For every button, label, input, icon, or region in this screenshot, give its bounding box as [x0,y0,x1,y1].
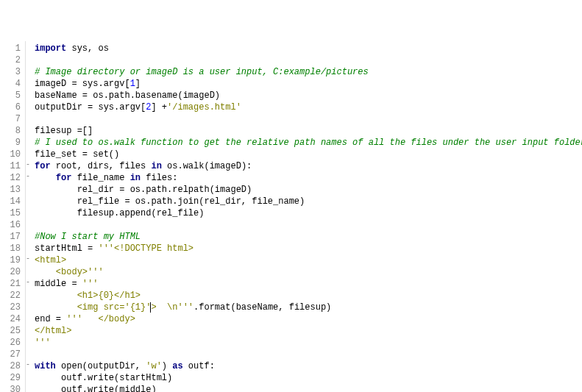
token: <img src='{1}' [35,302,151,313]
token: ''' [82,279,99,289]
line-number: 13 [1,184,21,196]
token: files: [141,173,177,183]
code-line[interactable]: <body>''' [35,266,582,278]
token: # I used to os.walk function to get the … [35,138,582,148]
code-line[interactable]: file_set = set() [35,149,582,160]
code-line[interactable]: #Now I start my HTML [35,231,582,243]
code-line[interactable]: ''' [35,337,582,349]
line-number: 21 [1,278,21,290]
token: outf: [183,361,215,371]
token: <h1>{0}</h1> [35,291,141,301]
token: filesup.append(rel_file) [35,208,204,218]
line-number: 11 [1,160,21,172]
line-number: 3 [1,66,21,78]
code-line[interactable]: <img src='{1}'> \n'''.format(baseName, f… [35,302,582,313]
code-line[interactable]: </html> [35,325,582,337]
line-number: 10 [1,149,21,160]
token: for [35,161,51,171]
token: <html> [35,255,66,266]
code-line[interactable] [35,349,582,360]
token: root, dirs, files [51,161,152,171]
code-line[interactable]: <h1>{0}</h1> [35,290,582,302]
code-line[interactable]: end = ''' </body> [35,313,582,325]
token: in [151,161,161,171]
code-line[interactable]: baseName = os.path.basename(imageD) [35,90,582,101]
line-number: 6 [1,101,21,113]
line-number: 27 [1,349,21,360]
token: end = [35,314,66,324]
code-line[interactable]: middle = ''' [35,278,582,290]
token: sys, os [66,43,109,54]
token: outf.write(middle) [35,385,157,392]
token: for [56,173,72,183]
code-line[interactable]: for file_name in files: [35,172,582,184]
code-line[interactable] [35,54,582,66]
code-line[interactable]: import sys, os [35,43,582,54]
token [35,173,56,183]
line-number-gutter: 1234567891011121314151617181920212223242… [0,41,26,392]
code-line[interactable]: imageD = sys.argv[1] [35,78,582,90]
code-line[interactable]: with open(outputDir, 'w') as outf: [35,360,582,372]
token: file_name [71,173,129,183]
token: as [172,361,182,371]
line-number: 20 [1,266,21,278]
token: import [35,43,66,54]
code-line[interactable]: rel_dir = os.path.relpath(imageD) [35,184,582,196]
code-line[interactable]: outf.write(middle) [35,384,582,392]
line-number: 28 [1,360,21,372]
token: > \n''' [151,302,194,313]
line-number: 4 [1,78,21,90]
code-line[interactable]: outf.write(startHtml) [35,372,582,384]
line-number: 16 [1,219,21,231]
line-number: 8 [1,125,21,137]
line-number: 5 [1,90,21,101]
token: open(outputDir, [56,361,146,371]
line-number: 30 [1,384,21,392]
line-number: 19 [1,254,21,266]
token: 1 [130,79,135,89]
token: in [130,173,141,183]
code-line[interactable]: rel_file = os.path.join(rel_dir, file_na… [35,196,582,207]
code-line[interactable]: filesup =[] [35,125,582,137]
line-number: 12 [1,172,21,184]
code-area[interactable]: import sys, os # Image directory or imag… [30,41,582,392]
code-line[interactable]: startHtml = '''<!DOCTYPE html> [35,243,582,254]
code-line[interactable] [35,113,582,125]
line-number: 1 [1,43,21,54]
token: # Image directory or imageD is a user in… [35,67,369,77]
code-line[interactable]: # Image directory or imageD is a user in… [35,66,582,78]
code-line[interactable]: filesup.append(rel_file) [35,207,582,219]
token: outputDir = sys.argv[ [35,102,146,113]
token: </html> [35,326,71,336]
line-number: 29 [1,372,21,384]
token: ''' </body> [66,314,135,324]
token: ''' [35,338,51,348]
token: file_set = set() [35,149,119,160]
token: middle = [35,279,82,289]
code-line[interactable]: <html> [35,254,582,266]
line-number: 9 [1,137,21,149]
code-editor[interactable]: 1234567891011121314151617181920212223242… [0,41,582,392]
token: #Now I start my HTML [35,232,141,242]
line-number: 25 [1,325,21,337]
line-number: 18 [1,243,21,254]
line-number: 7 [1,113,21,125]
token: ] + [151,102,167,113]
code-line[interactable]: # I used to os.walk function to get the … [35,137,582,149]
line-number: 22 [1,290,21,302]
token: baseName = os.path.basename(imageD) [35,90,220,101]
code-line[interactable] [35,219,582,231]
line-number: 15 [1,207,21,219]
token: filesup =[] [35,126,93,136]
code-line[interactable]: outputDir = sys.argv[2] +'/images.html' [35,101,582,113]
code-line[interactable]: for root, dirs, files in os.walk(imageD)… [35,160,582,172]
line-number: 26 [1,337,21,349]
line-number: 2 [1,54,21,66]
token: imageD = sys.argv[ [35,79,130,89]
token: ] [135,79,141,89]
token: outf.write(startHtml) [35,373,172,383]
token: .format(baseName, filesup) [194,302,331,313]
token: rel_file = os.path.join(rel_dir, file_na… [35,196,305,207]
line-number: 14 [1,196,21,207]
token: rel_dir = os.path.relpath(imageD) [35,185,252,195]
